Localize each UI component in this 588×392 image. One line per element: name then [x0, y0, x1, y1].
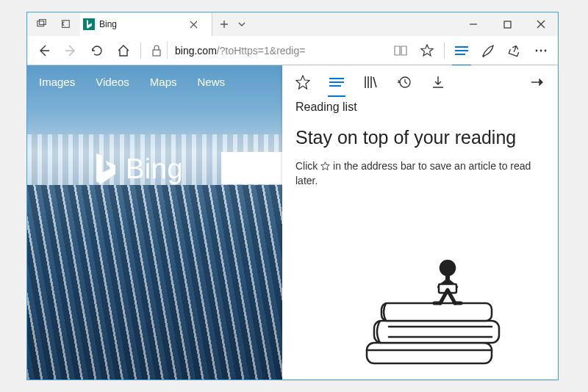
add-favorite-icon[interactable] — [415, 38, 440, 63]
maximize-button[interactable] — [490, 12, 524, 36]
refresh-button[interactable] — [85, 38, 110, 63]
svg-point-6 — [540, 49, 542, 51]
separator — [140, 43, 141, 59]
hub-pin-icon[interactable] — [523, 68, 552, 97]
nav-videos[interactable]: Videos — [96, 76, 129, 88]
bing-logo-icon — [92, 152, 118, 186]
more-icon[interactable] — [528, 38, 553, 63]
hub-section-title: Reading list — [282, 99, 558, 121]
bing-logo: Bing — [92, 152, 183, 186]
svg-rect-0 — [37, 21, 44, 26]
svg-rect-1 — [40, 19, 46, 24]
url-path: /?toHttps=1&redig= — [217, 45, 306, 57]
forward-button[interactable] — [58, 38, 83, 63]
nav-news[interactable]: News — [197, 76, 225, 88]
star-inline-icon — [320, 161, 330, 171]
hub-reading-list-icon[interactable] — [322, 68, 351, 97]
tab-preview-icon[interactable] — [33, 15, 51, 33]
web-note-icon[interactable] — [476, 38, 501, 63]
minimize-button[interactable] — [456, 12, 490, 36]
hub-desc-after: in the address bar to save an article to… — [295, 160, 531, 186]
hub-downloads-icon[interactable] — [423, 68, 453, 97]
svg-rect-10 — [374, 321, 499, 343]
back-button[interactable] — [32, 38, 57, 63]
svg-rect-2 — [62, 21, 70, 28]
browser-tab[interactable]: Bing — [80, 12, 212, 36]
hub-history-icon[interactable] — [390, 68, 419, 97]
svg-rect-4 — [153, 50, 160, 56]
nav-maps[interactable]: Maps — [150, 76, 177, 88]
hub-books-icon[interactable] — [356, 68, 385, 97]
set-aside-tabs-icon[interactable] — [57, 15, 74, 33]
svg-point-5 — [536, 49, 538, 51]
close-button[interactable] — [524, 12, 558, 36]
title-bar: Bing — [27, 12, 558, 36]
hub-panel: Reading list Stay on top of your reading… — [282, 65, 558, 380]
tab-strip-controls — [27, 12, 80, 36]
reading-view-icon[interactable] — [388, 38, 413, 63]
hub-body: Stay on top of your reading Click in the… — [282, 121, 558, 195]
svg-rect-11 — [381, 303, 492, 321]
bing-favicon-icon — [83, 18, 95, 30]
hub-favorites-icon[interactable] — [288, 68, 318, 97]
tab-title: Bing — [99, 19, 185, 29]
share-icon[interactable] — [502, 38, 527, 63]
hub-description: Click in the address bar to save an arti… — [295, 159, 545, 189]
new-tab-button[interactable] — [215, 15, 233, 33]
separator — [444, 43, 445, 59]
lock-icon — [146, 42, 168, 59]
hub-desc-before: Click — [295, 160, 320, 172]
close-tab-icon[interactable] — [190, 21, 207, 29]
content-area: Images Videos Maps News Bing Reading lis — [27, 65, 558, 380]
nav-images[interactable]: Images — [39, 76, 75, 88]
url-text: bing.com/?toHttps=1&redig= — [168, 45, 305, 57]
bing-wordmark: Bing — [126, 153, 183, 185]
hub-tabs — [282, 65, 558, 99]
tab-actions — [212, 12, 254, 36]
browser-window: Bing bing.com/?toHttps= — [26, 12, 559, 380]
window-controls — [456, 12, 558, 36]
hub-headline: Stay on top of your reading — [295, 127, 545, 148]
url-host: bing.com — [175, 45, 217, 57]
svg-point-7 — [545, 49, 547, 51]
hub-button[interactable] — [449, 38, 474, 63]
reading-illustration — [337, 247, 528, 372]
tab-menu-chevron-icon[interactable] — [233, 15, 251, 33]
svg-rect-9 — [367, 343, 492, 363]
svg-rect-3 — [504, 21, 511, 28]
address-bar[interactable]: bing.com/?toHttps=1&redig= — [146, 40, 387, 62]
toolbar: bing.com/?toHttps=1&redig= — [27, 36, 558, 65]
home-button[interactable] — [111, 38, 136, 63]
